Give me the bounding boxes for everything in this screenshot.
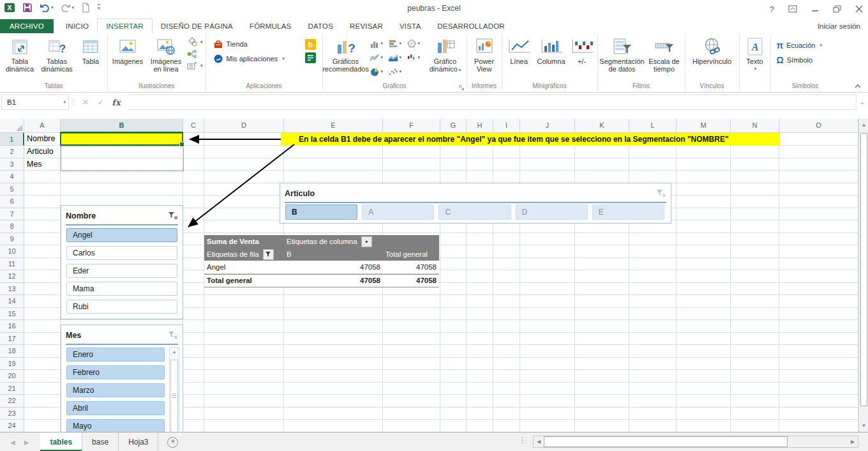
new-sheet-button[interactable]: + [158, 432, 187, 451]
win-loss-sparkline-button[interactable]: +/- [568, 34, 596, 65]
tab-vista[interactable]: VISTA [391, 19, 429, 33]
column-labels-dropdown[interactable]: ▼ [361, 236, 372, 247]
scrollbar-thumb[interactable] [860, 133, 867, 406]
my-apps-button[interactable]: Mis aplicaciones ▾ [211, 51, 287, 66]
cell-a1[interactable]: Nombre [24, 133, 63, 146]
minimize-icon[interactable] [811, 6, 819, 12]
insert-slicer-button[interactable]: Segmentación de datos [599, 34, 645, 73]
row-header-2[interactable]: 2 [0, 146, 24, 158]
shapes-button[interactable]: ▾ [187, 37, 203, 47]
scroll-right-icon[interactable]: ▶ [848, 436, 858, 447]
slicer-item-carlos[interactable]: Carlos [66, 246, 177, 260]
pivot-column-header-b[interactable]: B [284, 248, 383, 261]
column-header-d[interactable]: D [204, 119, 284, 133]
slicer-item-abril[interactable]: Abril [66, 401, 165, 415]
slicer-item-b[interactable]: B [285, 204, 357, 220]
cell-a3[interactable]: Mes [24, 158, 63, 171]
active-cell-b1[interactable] [60, 132, 183, 146]
slicer-item-e[interactable]: E [592, 204, 664, 220]
fill-handle[interactable] [179, 142, 184, 147]
slicer-item-mayo[interactable]: Mayo [66, 419, 165, 432]
tab-revisar[interactable]: REVISAR [341, 19, 391, 33]
cell-a2[interactable]: Articulo [24, 146, 63, 158]
column-chart-button[interactable]: ▾ [370, 36, 387, 50]
row-header-14[interactable]: 14 [0, 295, 24, 308]
select-all-corner[interactable] [0, 119, 24, 133]
column-header-n[interactable]: N [731, 119, 779, 133]
cancel-icon[interactable]: ✕ [78, 98, 93, 107]
scroll-up-icon[interactable]: ▲ [170, 349, 179, 354]
column-header-m[interactable]: M [677, 119, 731, 133]
row-header-1[interactable]: 1 [0, 133, 24, 146]
prev-sheet-icon[interactable]: ◀ [10, 439, 15, 446]
dialog-launcher-icon[interactable] [459, 85, 465, 91]
slicer-item-a[interactable]: A [362, 204, 434, 220]
table-button[interactable]: Tabla [75, 34, 106, 65]
row-header-12[interactable]: 12 [0, 270, 24, 283]
pivot-column-header-total[interactable]: Total general [383, 248, 439, 261]
slicer-item-marzo[interactable]: Marzo [66, 383, 165, 397]
row-header-21[interactable]: 21 [0, 383, 24, 395]
pie-chart-button[interactable]: ▾ [370, 65, 387, 79]
hyperlink-button[interactable]: Hipervínculo [687, 34, 738, 65]
row-header-7[interactable]: 7 [0, 208, 24, 221]
row-header-22[interactable]: 22 [0, 395, 24, 408]
row-header-10[interactable]: 10 [0, 245, 24, 258]
row-header-20[interactable]: 20 [0, 370, 24, 383]
slicer-item-eder[interactable]: Eder [66, 264, 177, 278]
column-header-g[interactable]: G [440, 119, 467, 133]
row-header-19[interactable]: 19 [0, 358, 24, 371]
radar-chart-button[interactable]: ▾ [407, 36, 424, 50]
slicer-item-mama[interactable]: Mama [66, 282, 177, 296]
formula-input[interactable] [128, 95, 857, 110]
area-chart-button[interactable]: ▾ [388, 50, 405, 65]
screenshot-button[interactable]: ▾ [187, 61, 203, 70]
pivot-table-button[interactable]: Tabla dinámica [1, 34, 38, 73]
row-header-15[interactable]: 15 [0, 308, 24, 321]
power-view-button[interactable]: Power View [468, 34, 500, 73]
smartart-button[interactable] [187, 49, 203, 59]
slicer-item-angel[interactable]: Angel [66, 228, 177, 242]
column-sparkline-button[interactable]: Columna [535, 34, 568, 65]
tab-diseno-de-pagina[interactable]: DISEÑO DE PÁGINA [153, 19, 241, 33]
sheet-tab-base[interactable]: base [82, 432, 119, 451]
pivot-measure-cell[interactable]: Suma de Venta [204, 235, 284, 248]
scrollbar-track[interactable] [788, 436, 848, 447]
column-header-k[interactable]: K [575, 119, 629, 133]
row-header-5[interactable]: 5 [0, 183, 24, 196]
bing-icon[interactable]: b [305, 39, 316, 50]
column-header-h[interactable]: H [467, 119, 493, 133]
row-header-16[interactable]: 16 [0, 320, 24, 333]
text-button[interactable]: A Texto ▾ [741, 34, 769, 73]
line-sparkline-button[interactable]: Línea [504, 34, 535, 65]
insert-function-icon[interactable]: fx [108, 98, 124, 107]
enter-icon[interactable]: ✓ [93, 98, 108, 107]
clear-filter-icon[interactable] [168, 211, 178, 220]
row-header-9[interactable]: 9 [0, 233, 24, 246]
row-labels-filter-dropdown[interactable] [263, 249, 274, 260]
row-header-11[interactable]: 11 [0, 258, 24, 271]
bar-chart-button[interactable]: ▾ [388, 36, 405, 50]
slicer-scrollbar[interactable]: ▲ [169, 348, 179, 431]
recommended-pivot-tables-button[interactable]: ? Tablas dinámicas [38, 34, 75, 73]
pivot-table[interactable]: Suma de Venta Etiquetas de columna ▼ Eti… [204, 235, 439, 287]
column-header-b[interactable]: B [61, 119, 183, 133]
sheet-tab-hoja3[interactable]: Hoja3 [119, 432, 158, 451]
scrollbar-thumb[interactable] [170, 360, 178, 432]
slicer-item-c[interactable]: C [438, 204, 511, 220]
scrollbar-thumb[interactable] [544, 436, 788, 447]
pivot-row-label[interactable]: Angel [204, 263, 284, 271]
next-sheet-icon[interactable]: ▶ [24, 439, 29, 446]
slicer-item-rubi[interactable]: Rubi [66, 300, 177, 314]
pivot-chart-button[interactable]: Gráfico dinámico▾ [426, 34, 465, 74]
column-header-f[interactable]: F [383, 119, 440, 133]
scroll-up-icon[interactable]: ▲ [860, 122, 867, 128]
column-header-e[interactable]: E [284, 119, 383, 133]
sign-in-link[interactable]: Iniciar sesión [810, 19, 868, 33]
clear-filter-icon[interactable] [656, 189, 666, 198]
column-header-o[interactable]: O [779, 119, 858, 133]
scroll-left-icon[interactable]: ◀ [534, 436, 544, 447]
help-icon[interactable]: ? [770, 5, 774, 13]
recommended-charts-button[interactable]: ? Gráficos recomendados [324, 34, 368, 73]
column-header-i[interactable]: I [493, 119, 520, 133]
